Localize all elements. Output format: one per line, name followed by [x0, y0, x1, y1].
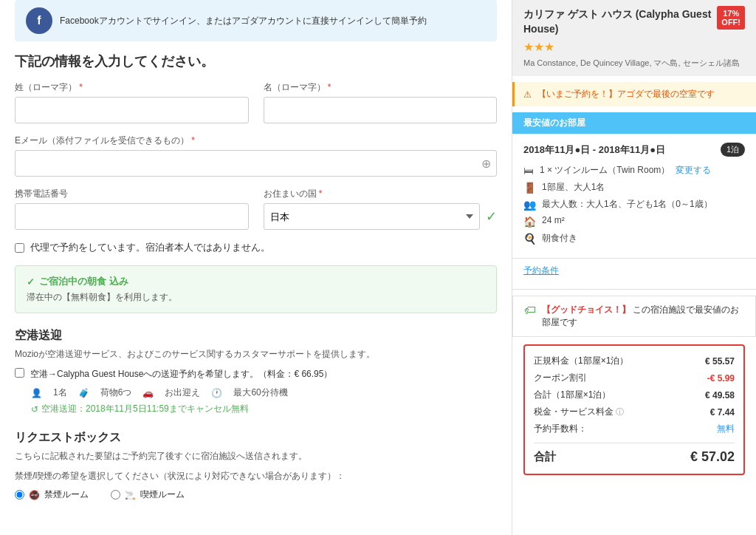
coupon-row: クーポン割引 -€ 5.99: [534, 372, 735, 384]
first-name-input[interactable]: [264, 97, 498, 123]
subtotal-label: 合計（1部屋×1泊）: [534, 389, 611, 401]
last-name-input[interactable]: [15, 97, 249, 123]
coupon-value: -€ 5.99: [707, 373, 735, 384]
country-select[interactable]: 日本: [264, 203, 481, 230]
smoking-icon: 🚬: [125, 490, 136, 500]
email-required: *: [191, 135, 195, 146]
facebook-banner: f Facebookアカウントでサインイン、またはアゴダアカウントに直接サインイ…: [15, 0, 497, 41]
no-smoking-radio[interactable]: [15, 490, 24, 500]
request-section: リクエストボックス こちらに記載された要望はご予約完了後すぐに宿泊施設へ送信され…: [15, 430, 497, 501]
good-choice-text: 【グッドチョイス！】 この宿泊施設で最安値のお部屋です: [542, 304, 744, 329]
alert-icon: ⚠: [523, 89, 532, 100]
phone-input[interactable]: [15, 203, 249, 230]
conditions-link[interactable]: 予約条件: [523, 265, 559, 276]
breakfast-icon: 🍳: [523, 233, 536, 245]
smoking-radio[interactable]: [111, 490, 120, 500]
airport-checkbox[interactable]: [15, 368, 24, 378]
smoking-option[interactable]: 🚬 喫煙ルーム: [111, 488, 185, 501]
country-check-icon: ✓: [486, 208, 497, 225]
room-detail-row-4: 🍳 朝食付き: [523, 232, 745, 245]
bed-icon: 🛏: [523, 165, 534, 177]
breakfast-box: ✓ ご宿泊中の朝食 込み 滞在中の【無料朝食】を利用します。: [15, 265, 497, 313]
facebook-avatar: f: [26, 7, 52, 34]
cancel-text: 空港送迎：2018年11月5日11:59までキャンセル無料: [41, 403, 249, 415]
booking-conditions: 予約条件: [512, 259, 756, 283]
email-label: Eメール（添付ファイルを受信できるもの） *: [15, 134, 497, 147]
phone-group: 携帯電話番号: [15, 188, 249, 230]
smoking-label-text: 喫煙ルーム: [140, 488, 185, 501]
phone-label: 携帯電話番号: [15, 188, 249, 200]
form-section-title: 下記の情報を入力してください。: [15, 52, 497, 70]
last-name-label: 姓（ローマ字） *: [15, 81, 249, 94]
refresh-icon: ↺: [31, 404, 38, 415]
luggage-count: 荷物6つ: [100, 386, 132, 399]
request-title: リクエストボックス: [15, 430, 497, 446]
airport-details: 👤 1名 🧳 荷物6つ 🚗 お出迎え 🕐 最大60分待機: [31, 386, 497, 399]
booking-info: 2018年11月●日 - 2018年11月●日 1泊 🛏 1 × ツインルーム（…: [512, 134, 756, 259]
change-room-link[interactable]: 変更する: [676, 164, 711, 177]
airport-title: 空港送迎: [15, 328, 497, 344]
no-smoking-option[interactable]: 🚭 禁煙ルーム: [15, 488, 89, 501]
meetup-icon: 🚗: [142, 388, 154, 398]
booking-fee-label: 予約手数料：: [534, 423, 587, 435]
good-choice-highlight: 【グッドチョイス！】: [542, 304, 630, 315]
phone-country-row: 携帯電話番号 お住まいの国 * 日本 ✓: [15, 188, 497, 230]
booking-dates: 2018年11月●日 - 2018年11月●日: [523, 143, 665, 157]
tax-info-icon: ⓘ: [616, 407, 624, 416]
persons-count: 1名: [53, 386, 67, 399]
request-description: こちらに記載された要望はご予約完了後すぐに宿泊施設へ送信されます。: [15, 450, 497, 463]
alert-box: ⚠ 【いまご予約を！】アゴダで最後の空室です: [512, 82, 756, 106]
tag-icon: 🏷: [524, 304, 536, 317]
tax-label: 税金・サービス料金 ⓘ: [534, 406, 624, 418]
best-price-header: 最安値のお部屋: [512, 112, 756, 134]
room-detail-row-1: 🚪 1部屋、大人1名: [523, 181, 745, 194]
airport-section: 空港送迎 Mozioが空港送迎サービス、およびこのサービス関するカスタマーサポー…: [15, 328, 497, 415]
hotel-header: カリファ ゲスト ハウス (Calypha Guest House) 17%OF…: [512, 0, 756, 76]
max-persons: 最大人数：大人1名、子ども1名（0～1歳）: [542, 198, 712, 211]
country-select-wrapper: 日本 ✓: [264, 203, 498, 230]
room-size: 24 m²: [542, 215, 565, 225]
country-label: お住まいの国 *: [264, 188, 498, 200]
airport-description: Mozioが空港送迎サービス、およびこのサービス関するカスタマーサポートを提供し…: [15, 348, 497, 361]
airport-checkbox-row: 空港→Calypha Guest Houseへの送迎予約を希望します。（料金：€…: [15, 368, 497, 381]
proxy-checkbox[interactable]: [15, 243, 24, 253]
date-row: 2018年11月●日 - 2018年11月●日 1泊: [523, 143, 745, 157]
facebook-banner-text: Facebookアカウントでサインイン、またはアゴダアカウントに直接サインインし…: [60, 15, 427, 27]
tax-value: € 7.44: [710, 407, 735, 418]
proxy-label: 代理で予約をしています。宿泊者本人ではありません。: [30, 241, 270, 254]
smoking-options: 🚭 禁煙ルーム 🚬 喫煙ルーム: [15, 488, 497, 501]
room-detail-1: 1部屋、大人1名: [542, 181, 605, 194]
room-type-row: 🛏 1 × ツインルーム（Twin Room） 変更する: [523, 164, 745, 177]
airport-cancel: ↺ 空港送迎：2018年11月5日11:59までキャンセル無料: [31, 403, 497, 415]
email-icon: ⊕: [481, 157, 491, 171]
luggage-icon: 🧳: [78, 388, 89, 398]
last-name-required: *: [79, 82, 83, 92]
last-name-group: 姓（ローマ字） *: [15, 81, 249, 123]
subtotal-row: 合計（1部屋×1泊） € 49.58: [534, 389, 735, 401]
email-input[interactable]: [15, 150, 497, 177]
coupon-label: クーポン割引: [534, 372, 587, 384]
email-group: Eメール（添付ファイルを受信できるもの） * ⊕: [15, 134, 497, 177]
booking-fee-row: 予約手数料： 無料: [534, 423, 735, 435]
email-wrapper: ⊕: [15, 150, 497, 177]
alert-text: 【いまご予約を！】アゴダで最後の空室です: [537, 88, 715, 100]
first-name-group: 名（ローマ字） *: [264, 81, 498, 123]
meetup-label: お出迎え: [165, 386, 200, 399]
breakfast-included: 朝食付き: [542, 232, 577, 245]
door-icon: 🚪: [523, 182, 536, 194]
smoking-label: 禁煙/喫煙の希望を選択してください（状況により対応できない場合があります）：: [15, 470, 497, 483]
breakfast-title: ✓ ご宿泊中の朝食 込み: [27, 275, 485, 288]
person-icon: 👥: [523, 199, 536, 211]
regular-price-value: € 55.57: [705, 356, 735, 367]
hotel-name: カリファ ゲスト ハウス (Calypha Guest House): [523, 7, 745, 36]
regular-price-label: 正規料金（1部屋×1泊）: [534, 355, 628, 367]
subtotal-value: € 49.58: [705, 390, 735, 401]
airport-checkbox-label: 空港→Calypha Guest Houseへの送迎予約を希望します。（料金：€…: [30, 368, 332, 381]
divider-1: [512, 289, 756, 290]
nights-badge: 1泊: [721, 143, 745, 157]
clock-icon: 🕐: [211, 388, 222, 398]
right-column: カリファ ゲスト ハウス (Calypha Guest House) 17%OF…: [512, 0, 756, 535]
no-smoking-icon: 🚭: [29, 490, 40, 500]
total-row: 合計 € 57.02: [534, 443, 735, 465]
wait-time: 最大60分待機: [233, 386, 287, 399]
